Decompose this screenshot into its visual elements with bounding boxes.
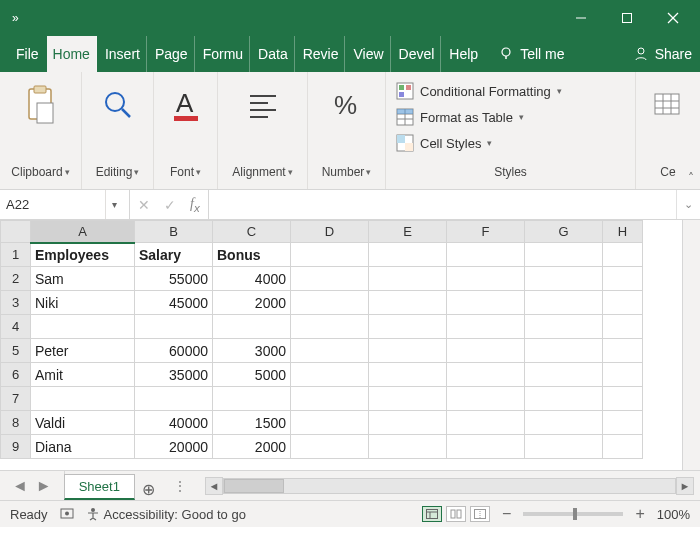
cell[interactable]: [603, 291, 643, 315]
cell[interactable]: [525, 243, 603, 267]
collapse-ribbon-button[interactable]: ˄: [688, 171, 694, 185]
group-font[interactable]: A Font▾: [154, 72, 218, 189]
cell[interactable]: [525, 291, 603, 315]
conditional-formatting-button[interactable]: Conditional Formatting ▾: [396, 78, 625, 104]
col-header-c[interactable]: C: [213, 221, 291, 243]
cell[interactable]: [135, 315, 213, 339]
cell[interactable]: 45000: [135, 291, 213, 315]
cell[interactable]: [369, 291, 447, 315]
sheet-nav-prev[interactable]: ◄: [12, 477, 28, 495]
cell[interactable]: [291, 435, 369, 459]
cell[interactable]: [525, 411, 603, 435]
cell[interactable]: [525, 435, 603, 459]
row-header[interactable]: 9: [1, 435, 31, 459]
macro-record-icon[interactable]: [60, 506, 74, 523]
spreadsheet-grid[interactable]: A B C D E F G H 1 Employees Salary Bonus…: [0, 220, 700, 470]
quick-access-more[interactable]: »: [12, 11, 19, 25]
cell[interactable]: 2000: [213, 435, 291, 459]
col-header-g[interactable]: G: [525, 221, 603, 243]
cell[interactable]: [31, 387, 135, 411]
cell[interactable]: [525, 363, 603, 387]
minimize-button[interactable]: [558, 0, 604, 36]
cell[interactable]: [291, 291, 369, 315]
cell[interactable]: [369, 339, 447, 363]
row-header[interactable]: 1: [1, 243, 31, 267]
cell[interactable]: Employees: [31, 243, 135, 267]
tell-me-button[interactable]: Tell me: [492, 36, 570, 72]
row-header[interactable]: 5: [1, 339, 31, 363]
format-as-table-button[interactable]: Format as Table ▾: [396, 104, 625, 130]
cell[interactable]: [369, 387, 447, 411]
tab-developer[interactable]: Devel: [393, 36, 442, 72]
cell[interactable]: [447, 435, 525, 459]
tab-formulas[interactable]: Formu: [197, 36, 250, 72]
cell[interactable]: [603, 243, 643, 267]
tab-help[interactable]: Help: [443, 36, 484, 72]
tab-file[interactable]: File: [10, 36, 45, 72]
cell[interactable]: [135, 387, 213, 411]
col-header-d[interactable]: D: [291, 221, 369, 243]
fx-icon[interactable]: fx: [190, 196, 200, 214]
cell[interactable]: [447, 315, 525, 339]
row-header[interactable]: 6: [1, 363, 31, 387]
cell[interactable]: [603, 411, 643, 435]
select-all-corner[interactable]: [1, 221, 31, 243]
group-clipboard[interactable]: Clipboard▾: [0, 72, 82, 189]
cell[interactable]: [291, 363, 369, 387]
sheet-nav-next[interactable]: ►: [36, 477, 52, 495]
cell[interactable]: 20000: [135, 435, 213, 459]
row-header[interactable]: 8: [1, 411, 31, 435]
row-header[interactable]: 3: [1, 291, 31, 315]
sheet-tab[interactable]: Sheet1: [64, 474, 135, 500]
cell[interactable]: Peter: [31, 339, 135, 363]
tab-data[interactable]: Data: [252, 36, 295, 72]
cell[interactable]: [213, 387, 291, 411]
row-header[interactable]: 4: [1, 315, 31, 339]
cell[interactable]: 60000: [135, 339, 213, 363]
row-header[interactable]: 7: [1, 387, 31, 411]
horizontal-scrollbar[interactable]: [223, 478, 676, 494]
cell[interactable]: 2000: [213, 291, 291, 315]
cell[interactable]: [525, 315, 603, 339]
cell[interactable]: [369, 267, 447, 291]
group-editing[interactable]: Editing▾: [82, 72, 154, 189]
cell[interactable]: [525, 387, 603, 411]
close-button[interactable]: [650, 0, 696, 36]
name-box[interactable]: A22 ▾: [0, 190, 130, 219]
scrollbar-thumb[interactable]: [224, 479, 284, 493]
group-number[interactable]: % Number▾: [308, 72, 386, 189]
cell[interactable]: [291, 387, 369, 411]
cell[interactable]: Salary: [135, 243, 213, 267]
tab-view[interactable]: View: [347, 36, 390, 72]
tab-page-layout[interactable]: Page: [149, 36, 195, 72]
cell[interactable]: [447, 387, 525, 411]
cell[interactable]: [603, 315, 643, 339]
cell[interactable]: [525, 339, 603, 363]
zoom-level[interactable]: 100%: [657, 507, 690, 522]
tab-insert[interactable]: Insert: [99, 36, 147, 72]
cell[interactable]: [291, 243, 369, 267]
cell-styles-button[interactable]: Cell Styles ▾: [396, 130, 625, 156]
cell[interactable]: 5000: [213, 363, 291, 387]
cell[interactable]: [369, 411, 447, 435]
col-header-e[interactable]: E: [369, 221, 447, 243]
cell[interactable]: 3000: [213, 339, 291, 363]
col-header-h[interactable]: H: [603, 221, 643, 243]
cell[interactable]: [369, 243, 447, 267]
zoom-slider[interactable]: [523, 512, 623, 516]
cell[interactable]: [369, 363, 447, 387]
name-box-dropdown[interactable]: ▾: [105, 190, 123, 219]
zoom-in-button[interactable]: +: [633, 505, 646, 523]
cell[interactable]: Diana: [31, 435, 135, 459]
enter-formula-button[interactable]: ✓: [164, 197, 176, 213]
cell[interactable]: 40000: [135, 411, 213, 435]
cell[interactable]: [213, 315, 291, 339]
cell[interactable]: Bonus: [213, 243, 291, 267]
vertical-scrollbar[interactable]: [682, 220, 700, 470]
cell[interactable]: [369, 435, 447, 459]
view-page-break-button[interactable]: [470, 506, 490, 522]
cell[interactable]: [447, 243, 525, 267]
formula-input[interactable]: [209, 190, 676, 219]
cell[interactable]: [291, 267, 369, 291]
cell[interactable]: 55000: [135, 267, 213, 291]
